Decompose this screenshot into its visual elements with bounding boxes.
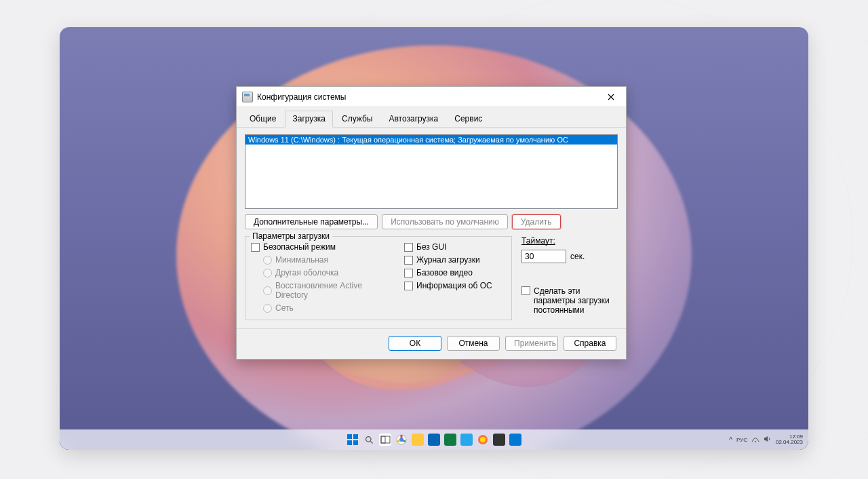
svg-rect-2 <box>347 440 352 445</box>
minimal-label: Минимальная <box>275 255 328 265</box>
tab-general[interactable]: Общие <box>242 111 283 128</box>
svg-point-4 <box>366 436 371 442</box>
altshell-label: Другая оболочка <box>275 268 338 277</box>
help-button[interactable]: Справка <box>564 336 616 351</box>
checkbox-icon[interactable] <box>404 243 413 252</box>
checkbox-icon[interactable] <box>404 269 413 277</box>
make-permanent-label: Сделать эти параметры загрузки постоянны… <box>534 286 618 315</box>
taskview-icon[interactable] <box>379 434 391 446</box>
svg-point-12 <box>755 441 756 442</box>
window-title: Конфигурация системы <box>257 92 346 102</box>
terminal-icon[interactable] <box>493 434 505 446</box>
radio-icon <box>263 304 272 313</box>
delete-button: Удалить <box>512 214 561 229</box>
titlebar[interactable]: Конфигурация системы <box>237 87 626 107</box>
boot-sections: Параметры загрузки Безопасный режим Мини… <box>245 236 618 320</box>
ok-button[interactable]: ОК <box>389 336 441 351</box>
timeout-input[interactable] <box>521 250 566 263</box>
taskbar-center <box>347 434 521 446</box>
safeboot-dsrepair-radio: Восстановление Active Directory <box>263 281 393 300</box>
taskbar[interactable]: ^ РУС 12:09 02.04.2023 <box>60 429 808 450</box>
network-icon[interactable] <box>751 436 760 444</box>
timeout-column: Таймаут: сек. Сделать эти параметры загр… <box>521 236 618 320</box>
radio-icon <box>263 286 272 295</box>
tab-services[interactable]: Службы <box>334 111 380 128</box>
close-icon <box>608 92 614 102</box>
timeout-suffix: сек. <box>570 252 585 261</box>
safe-boot-column: Безопасный режим Минимальная Другая обол… <box>251 242 393 313</box>
safeboot-minimal-radio: Минимальная <box>263 255 393 265</box>
language-indicator[interactable]: РУС <box>736 437 747 443</box>
settings-icon[interactable] <box>509 434 521 446</box>
os-list-item[interactable]: Windows 11 (C:\Windows) : Текущая операц… <box>245 135 617 145</box>
search-icon[interactable] <box>363 434 375 446</box>
msconfig-icon <box>242 92 253 102</box>
safeboot-network-radio: Сеть <box>263 303 393 313</box>
nogui-checkbox[interactable]: Без GUI <box>404 242 506 252</box>
bootlog-label: Журнал загрузки <box>416 255 480 265</box>
make-permanent-checkbox[interactable]: Сделать эти параметры загрузки постоянны… <box>521 286 618 315</box>
set-default-button: Использовать по умолчанию <box>382 214 508 229</box>
tab-tools[interactable]: Сервис <box>447 111 490 128</box>
svg-rect-3 <box>353 440 358 445</box>
explorer-icon[interactable] <box>412 434 424 446</box>
dialog-footer: ОК Отмена Применить Справка <box>237 328 626 359</box>
boot-params-group: Параметры загрузки Безопасный режим Мини… <box>245 236 512 320</box>
desktop-frame: Конфигурация системы Общие Загрузка Служ… <box>60 27 808 450</box>
nogui-label: Без GUI <box>416 242 446 252</box>
boot-options-column: Без GUI Журнал загрузки Базовое видео <box>404 242 506 313</box>
clock[interactable]: 12:09 02.04.2023 <box>776 434 803 445</box>
system-tray[interactable]: ^ РУС 12:09 02.04.2023 <box>729 429 803 450</box>
tab-startup[interactable]: Автозагрузка <box>381 111 446 128</box>
checkbox-icon[interactable] <box>521 286 530 295</box>
cancel-button[interactable]: Отмена <box>447 336 500 351</box>
timeout-row: сек. <box>521 250 618 263</box>
safeboot-checkbox-row[interactable]: Безопасный режим <box>251 242 393 252</box>
excel-icon[interactable] <box>444 434 456 446</box>
edge-icon[interactable] <box>460 434 473 446</box>
safeboot-label: Безопасный режим <box>263 242 336 252</box>
firefox-icon[interactable] <box>477 434 489 446</box>
svg-point-11 <box>480 437 486 442</box>
tray-chevron-icon[interactable]: ^ <box>729 436 732 444</box>
apply-button: Применить <box>505 336 558 351</box>
msconfig-dialog: Конфигурация системы Общие Загрузка Служ… <box>236 86 627 360</box>
checkbox-icon[interactable] <box>251 243 260 252</box>
date-text: 02.04.2023 <box>776 440 803 445</box>
tab-boot[interactable]: Загрузка <box>285 111 333 128</box>
close-button[interactable] <box>596 87 626 107</box>
svg-rect-1 <box>353 434 358 439</box>
chrome-icon[interactable] <box>395 434 408 446</box>
group-title: Параметры загрузки <box>250 231 332 241</box>
svg-rect-6 <box>381 436 385 443</box>
radio-icon <box>263 256 272 265</box>
tab-content-boot: Windows 11 (C:\Windows) : Текущая операц… <box>237 128 626 328</box>
safeboot-altshell-radio: Другая оболочка <box>263 268 393 277</box>
tab-bar: Общие Загрузка Службы Автозагрузка Серви… <box>237 107 626 128</box>
start-button[interactable] <box>347 434 359 446</box>
os-list[interactable]: Windows 11 (C:\Windows) : Текущая операц… <box>245 134 618 209</box>
basevideo-checkbox[interactable]: Базовое видео <box>404 268 506 277</box>
os-action-row: Дополнительные параметры... Использовать… <box>245 214 618 229</box>
bootlog-checkbox[interactable]: Журнал загрузки <box>404 255 506 265</box>
advanced-options-button[interactable]: Дополнительные параметры... <box>245 214 378 229</box>
osinfo-checkbox[interactable]: Информация об ОС <box>404 281 506 290</box>
checkbox-icon[interactable] <box>404 282 413 290</box>
osinfo-label: Информация об ОС <box>416 281 492 290</box>
word-icon[interactable] <box>428 434 440 446</box>
timeout-label: Таймаут: <box>521 236 618 246</box>
dsrepair-label: Восстановление Active Directory <box>275 281 393 300</box>
radio-icon <box>263 269 272 277</box>
svg-rect-0 <box>347 434 352 439</box>
network-label: Сеть <box>275 303 294 313</box>
basevideo-label: Базовое видео <box>416 268 473 277</box>
volume-icon[interactable] <box>764 436 772 444</box>
checkbox-icon[interactable] <box>404 256 413 265</box>
